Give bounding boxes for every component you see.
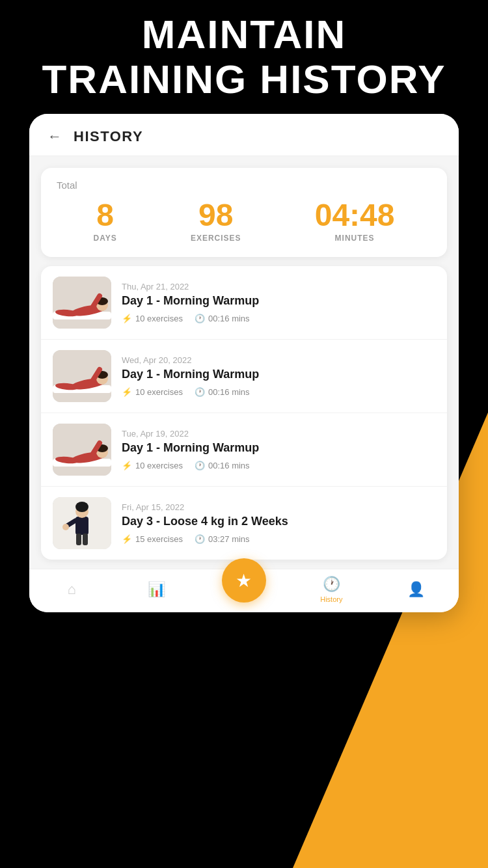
- duration: 00:16 mins: [208, 314, 250, 323]
- bottom-nav: ⌂ 📊 ★ 🕐 History 👤: [29, 569, 459, 612]
- duration: 00:16 mins: [208, 387, 250, 397]
- back-button[interactable]: ←: [47, 128, 62, 145]
- workout-meta: ⚡ 15 exercises 🕐 03:27 mins: [122, 534, 435, 544]
- clock-icon: 🕐: [195, 387, 205, 397]
- workout-name: Day 1 - Morning Warmup: [122, 368, 435, 382]
- workout-meta: ⚡ 10 exercises 🕐 00:16 mins: [122, 314, 435, 323]
- svg-point-28: [62, 524, 69, 530]
- workout-info: Tue, Apr 19, 2022 Day 1 - Morning Warmup…: [122, 429, 435, 470]
- history-icon: 🕐: [323, 576, 340, 593]
- time-meta: 🕐 00:16 mins: [195, 314, 250, 323]
- days-unit: DAYS: [94, 234, 117, 243]
- exercises-count: 15 exercises: [135, 534, 183, 544]
- workout-date: Fri, Apr 15, 2022: [122, 502, 435, 512]
- bolt-icon: ⚡: [122, 387, 132, 397]
- clock-icon: 🕐: [195, 534, 205, 544]
- svg-rect-25: [76, 534, 81, 545]
- exercises-unit: EXERCISES: [191, 234, 241, 243]
- history-nav-label: History: [320, 595, 342, 603]
- workout-thumbnail: [53, 497, 111, 549]
- fab-star-icon: ★: [236, 570, 252, 591]
- stats-icon: 📊: [148, 581, 165, 598]
- exercises-stat: 98 EXERCISES: [191, 200, 241, 243]
- svg-rect-26: [83, 534, 88, 545]
- time-meta: 🕐 00:16 mins: [195, 387, 250, 397]
- exercises-meta: ⚡ 15 exercises: [122, 534, 183, 544]
- duration: 03:27 mins: [208, 534, 250, 544]
- time-meta: 🕐 00:16 mins: [195, 461, 250, 470]
- days-stat: 8 DAYS: [94, 200, 117, 243]
- time-meta: 🕐 03:27 mins: [195, 534, 250, 544]
- bolt-icon: ⚡: [122, 461, 132, 470]
- total-stats-card: Total 8 DAYS 98 EXERCISES 04:48 MINUTES: [41, 168, 447, 257]
- workout-date: Thu, Apr 21, 2022: [122, 282, 435, 292]
- exercises-meta: ⚡ 10 exercises: [122, 314, 183, 323]
- nav-history[interactable]: 🕐 History: [312, 576, 351, 603]
- workout-thumbnail: [53, 277, 111, 329]
- workout-date: Wed, Apr 20, 2022: [122, 355, 435, 365]
- page-title: HISTORY: [74, 128, 143, 145]
- exercises-meta: ⚡ 10 exercises: [122, 387, 183, 397]
- total-label: Total: [57, 180, 431, 191]
- minutes-stat: 04:48 MINUTES: [315, 200, 395, 243]
- svg-point-24: [75, 502, 88, 512]
- workout-thumbnail: [53, 350, 111, 402]
- workout-info: Wed, Apr 20, 2022 Day 1 - Morning Warmup…: [122, 355, 435, 397]
- exercises-count: 10 exercises: [135, 314, 183, 323]
- list-item[interactable]: Fri, Apr 15, 2022 Day 3 - Loose 4 kg in …: [41, 487, 447, 560]
- home-icon: ⌂: [68, 581, 76, 598]
- clock-icon: 🕐: [195, 314, 205, 323]
- duration: 00:16 mins: [208, 461, 250, 470]
- nav-profile[interactable]: 👤: [397, 581, 436, 598]
- workout-date: Tue, Apr 19, 2022: [122, 429, 435, 439]
- nav-home[interactable]: ⌂: [52, 581, 91, 598]
- workout-name: Day 3 - Loose 4 kg in 2 Weeks: [122, 515, 435, 529]
- exercises-meta: ⚡ 10 exercises: [122, 461, 183, 470]
- list-item[interactable]: Wed, Apr 20, 2022 Day 1 - Morning Warmup…: [41, 340, 447, 413]
- nav-stats[interactable]: 📊: [137, 581, 176, 598]
- list-item[interactable]: Thu, Apr 21, 2022 Day 1 - Morning Warmup…: [41, 266, 447, 340]
- history-list: Thu, Apr 21, 2022 Day 1 - Morning Warmup…: [41, 266, 447, 560]
- workout-meta: ⚡ 10 exercises 🕐 00:16 mins: [122, 461, 435, 470]
- exercises-count: 10 exercises: [135, 461, 183, 470]
- bolt-icon: ⚡: [122, 314, 132, 323]
- workout-info: Thu, Apr 21, 2022 Day 1 - Morning Warmup…: [122, 282, 435, 323]
- exercises-count: 10 exercises: [135, 387, 183, 397]
- fab-button[interactable]: ★: [222, 558, 266, 603]
- list-item[interactable]: Tue, Apr 19, 2022 Day 1 - Morning Warmup…: [41, 413, 447, 487]
- minutes-unit: MINUTES: [315, 234, 395, 243]
- workout-name: Day 1 - Morning Warmup: [122, 441, 435, 455]
- clock-icon: 🕐: [195, 461, 205, 470]
- exercises-value: 98: [191, 200, 241, 231]
- workout-thumbnail: [53, 424, 111, 476]
- workout-name: Day 1 - Morning Warmup: [122, 294, 435, 308]
- history-header: ← HISTORY: [29, 114, 459, 156]
- total-stats: 8 DAYS 98 EXERCISES 04:48 MINUTES: [57, 200, 431, 243]
- profile-icon: 👤: [407, 581, 425, 598]
- days-value: 8: [94, 200, 117, 231]
- phone-card: ← HISTORY Total 8 DAYS 98 EXERCISES 04:4…: [29, 114, 459, 612]
- minutes-value: 04:48: [315, 200, 395, 231]
- workout-meta: ⚡ 10 exercises 🕐 00:16 mins: [122, 387, 435, 397]
- workout-info: Fri, Apr 15, 2022 Day 3 - Loose 4 kg in …: [122, 502, 435, 544]
- bolt-icon: ⚡: [122, 534, 132, 544]
